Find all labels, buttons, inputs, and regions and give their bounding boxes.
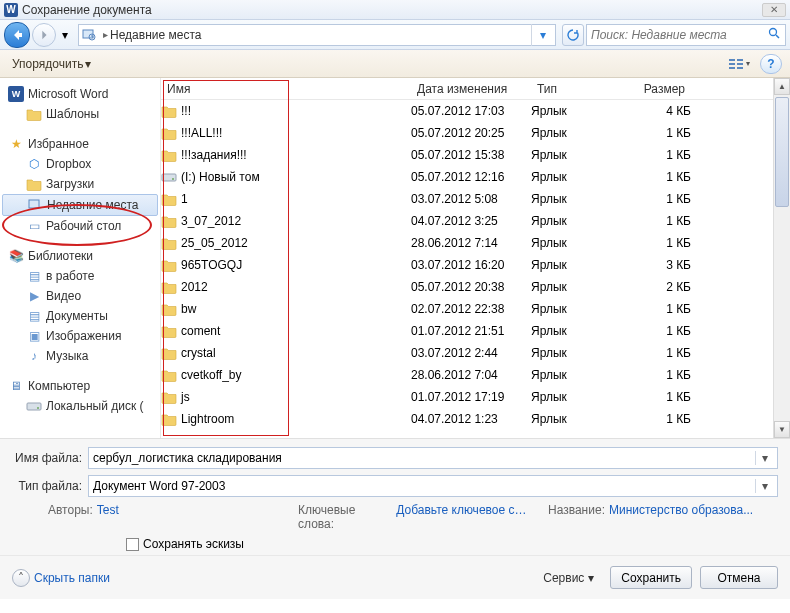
music-icon: ♪ — [26, 348, 42, 364]
tree-label: Microsoft Word — [28, 87, 108, 101]
sidebar-item-word[interactable]: WMicrosoft Word — [2, 84, 158, 104]
scroll-up-button[interactable]: ▲ — [774, 78, 790, 95]
sidebar-item-favorites[interactable]: ★Избранное — [2, 134, 158, 154]
close-button[interactable]: ✕ — [762, 3, 786, 17]
authors-value[interactable]: Test — [97, 503, 119, 531]
help-button[interactable]: ? — [760, 54, 782, 74]
svg-rect-9 — [737, 63, 743, 65]
file-name: 2012 — [181, 280, 208, 294]
sidebar-item-video[interactable]: ▶Видео — [2, 286, 158, 306]
column-name[interactable]: Имя — [161, 82, 411, 96]
computer-icon: 🖥 — [8, 378, 24, 394]
tools-label: Сервис — [543, 571, 584, 585]
file-row[interactable]: coment01.07.2012 21:51Ярлык1 КБ — [161, 320, 773, 342]
filename-field[interactable] — [93, 451, 755, 465]
breadcrumb-current[interactable]: Недавние места — [110, 28, 201, 42]
file-row[interactable]: 3_07_201204.07.2012 3:25Ярлык1 КБ — [161, 210, 773, 232]
sidebar-item-documents[interactable]: ▤Документы — [2, 306, 158, 326]
file-name: 1 — [181, 192, 188, 206]
file-row[interactable]: (I:) Новый том05.07.2012 12:16Ярлык1 КБ — [161, 166, 773, 188]
sidebar-item-libraries[interactable]: 📚Библиотеки — [2, 246, 158, 266]
file-row[interactable]: 25_05_201228.06.2012 7:14Ярлык1 КБ — [161, 232, 773, 254]
dropbox-icon: ⬡ — [26, 156, 42, 172]
thumbnails-checkbox[interactable] — [126, 538, 139, 551]
file-date: 03.07.2012 2:44 — [411, 346, 531, 360]
recent-places-icon — [81, 27, 97, 43]
search-box[interactable] — [586, 24, 786, 46]
file-row[interactable]: cvetkoff_by28.06.2012 7:04Ярлык1 КБ — [161, 364, 773, 386]
file-list[interactable]: Имя Дата изменения Тип Размер !!!05.07.2… — [161, 78, 773, 438]
save-button[interactable]: Сохранить — [610, 566, 692, 589]
file-name: cvetkoff_by — [181, 368, 241, 382]
sidebar-item-images[interactable]: ▣Изображения — [2, 326, 158, 346]
refresh-button[interactable] — [562, 24, 584, 46]
file-size: 1 КБ — [621, 192, 691, 206]
file-type: Ярлык — [531, 302, 621, 316]
address-bar[interactable]: ▸ Недавние места ▾ — [78, 24, 556, 46]
search-icon[interactable] — [768, 27, 781, 43]
sidebar-item-downloads[interactable]: Загрузки — [2, 174, 158, 194]
vertical-scrollbar[interactable]: ▲ ▼ — [773, 78, 790, 438]
chevron-up-icon: ˄ — [12, 569, 30, 587]
file-row[interactable]: 103.07.2012 5:08Ярлык1 КБ — [161, 188, 773, 210]
file-row[interactable]: crystal03.07.2012 2:44Ярлык1 КБ — [161, 342, 773, 364]
scroll-thumb[interactable] — [775, 97, 789, 207]
file-row[interactable]: 201205.07.2012 20:38Ярлык2 КБ — [161, 276, 773, 298]
file-row[interactable]: bw02.07.2012 22:38Ярлык1 КБ — [161, 298, 773, 320]
cancel-button[interactable]: Отмена — [700, 566, 778, 589]
sidebar-item-computer[interactable]: 🖥Компьютер — [2, 376, 158, 396]
scroll-down-button[interactable]: ▼ — [774, 421, 790, 438]
filename-input[interactable]: ▾ — [88, 447, 778, 469]
file-row[interactable]: js01.07.2012 17:19Ярлык1 КБ — [161, 386, 773, 408]
filetype-select[interactable]: Документ Word 97-2003 ▾ — [88, 475, 778, 497]
filename-dropdown[interactable]: ▾ — [755, 451, 773, 465]
search-input[interactable] — [591, 28, 768, 42]
tree-label: Рабочий стол — [46, 219, 121, 233]
folder-icon — [161, 148, 177, 162]
hide-folders-label: Скрыть папки — [34, 571, 110, 585]
forward-button[interactable] — [32, 23, 56, 47]
file-row[interactable]: !!!ALL!!!05.07.2012 20:25Ярлык1 КБ — [161, 122, 773, 144]
column-size[interactable]: Размер — [621, 82, 691, 96]
file-date: 01.07.2012 21:51 — [411, 324, 531, 338]
address-dropdown[interactable]: ▾ — [531, 24, 553, 46]
tools-dropdown[interactable]: Сервис ▾ — [543, 571, 594, 585]
file-name: !!!ALL!!! — [181, 126, 222, 140]
view-options-button[interactable]: ▾ — [728, 54, 750, 74]
file-row[interactable]: !!!задания!!!05.07.2012 15:38Ярлык1 КБ — [161, 144, 773, 166]
sidebar-item-localdisk[interactable]: Локальный диск ( — [2, 396, 158, 416]
file-type: Ярлык — [531, 280, 621, 294]
folder-icon — [161, 324, 177, 338]
document-icon: ▤ — [26, 268, 42, 284]
file-row[interactable]: 965TOGQJ03.07.2012 16:20Ярлык3 КБ — [161, 254, 773, 276]
nav-history-dropdown[interactable]: ▾ — [58, 23, 72, 47]
keywords-value[interactable]: Добавьте ключевое сл... — [396, 503, 528, 531]
hide-folders-button[interactable]: ˄ Скрыть папки — [12, 569, 110, 587]
file-type: Ярлык — [531, 368, 621, 382]
organize-button[interactable]: Упорядочить ▾ — [8, 57, 95, 71]
back-button[interactable] — [4, 22, 30, 48]
sidebar-item-recent[interactable]: Недавние места — [2, 194, 158, 216]
file-date: 05.07.2012 12:16 — [411, 170, 531, 184]
column-date[interactable]: Дата изменения — [411, 82, 531, 96]
title-value[interactable]: Министерство образова... — [609, 503, 753, 531]
tree-label: Локальный диск ( — [46, 399, 144, 413]
main-area: WMicrosoft Word Шаблоны ★Избранное ⬡Drop… — [0, 78, 790, 438]
tree-label: Изображения — [46, 329, 121, 343]
file-type: Ярлык — [531, 170, 621, 184]
image-icon: ▣ — [26, 328, 42, 344]
sidebar-item-inwork[interactable]: ▤в работе — [2, 266, 158, 286]
file-row[interactable]: !!!05.07.2012 17:03Ярлык4 КБ — [161, 100, 773, 122]
column-type[interactable]: Тип — [531, 82, 621, 96]
filetype-value: Документ Word 97-2003 — [93, 479, 755, 493]
scroll-track[interactable] — [774, 95, 790, 421]
sidebar-item-music[interactable]: ♪Музыка — [2, 346, 158, 366]
sidebar-item-dropbox[interactable]: ⬡Dropbox — [2, 154, 158, 174]
filetype-dropdown[interactable]: ▾ — [755, 479, 773, 493]
file-type: Ярлык — [531, 324, 621, 338]
file-name: coment — [181, 324, 220, 338]
file-row[interactable]: Lightroom04.07.2012 1:23Ярлык1 КБ — [161, 408, 773, 430]
file-date: 05.07.2012 15:38 — [411, 148, 531, 162]
sidebar-item-templates[interactable]: Шаблоны — [2, 104, 158, 124]
sidebar-item-desktop[interactable]: ▭Рабочий стол — [2, 216, 158, 236]
